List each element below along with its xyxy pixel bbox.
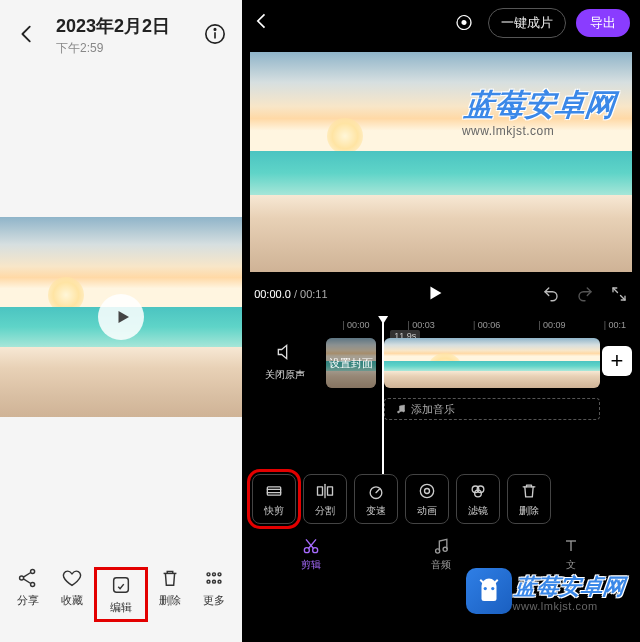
- svg-line-45: [494, 580, 498, 584]
- share-button[interactable]: 分享: [6, 567, 50, 622]
- tool-label: 删除: [519, 504, 539, 518]
- back-button[interactable]: [16, 23, 38, 49]
- playback-controls: 00:00.0 / 00:11: [242, 272, 640, 316]
- svg-point-20: [403, 410, 405, 412]
- svg-point-30: [420, 484, 433, 497]
- ruler-tick: 00:03: [408, 320, 435, 330]
- undo-button[interactable]: [542, 285, 560, 303]
- export-button[interactable]: 导出: [576, 9, 630, 37]
- delete-label: 删除: [159, 593, 181, 608]
- editor-tabs: 剪辑 音频 文: [242, 532, 640, 582]
- photo-date: 2023年2月2日: [56, 14, 186, 38]
- tool-split[interactable]: 分割: [303, 474, 347, 524]
- add-clip-button[interactable]: +: [602, 346, 632, 376]
- svg-line-44: [480, 580, 484, 584]
- set-cover-button[interactable]: 设置封面: [326, 338, 376, 388]
- svg-point-13: [207, 580, 210, 583]
- mute-label: 关闭原声: [254, 368, 316, 382]
- tool-delete[interactable]: 删除: [507, 474, 551, 524]
- playhead[interactable]: [382, 320, 384, 474]
- play-button[interactable]: [424, 282, 446, 306]
- ruler-tick: 00:06: [473, 320, 500, 330]
- svg-point-43: [491, 587, 494, 590]
- svg-marker-3: [118, 311, 129, 323]
- tab-label: 音频: [431, 558, 451, 572]
- time-ruler[interactable]: 00:00 00:03 00:06 00:09 00:1: [242, 320, 640, 336]
- gallery-bottom-bar: 分享 收藏 编辑 删除 更多: [0, 559, 242, 642]
- watermark-robot-icon: [466, 568, 512, 614]
- help-button[interactable]: ⦿: [451, 13, 478, 34]
- timeline-area: 00:00 00:03 00:06 00:09 00:1 关闭原声 设置封面 1…: [242, 316, 640, 436]
- tab-clip[interactable]: 剪辑: [248, 536, 374, 572]
- svg-point-15: [218, 580, 221, 583]
- tool-label: 分割: [315, 504, 335, 518]
- svg-point-4: [20, 576, 24, 580]
- svg-rect-26: [328, 486, 333, 494]
- current-time: 00:00.0: [254, 288, 291, 300]
- editor-back-button[interactable]: [252, 11, 272, 35]
- oneclick-button[interactable]: 一键成片: [488, 8, 566, 38]
- tool-row: 快剪 分割 变速 动画 滤镜 删除: [242, 436, 640, 532]
- svg-point-38: [436, 549, 440, 553]
- play-icon[interactable]: [98, 294, 144, 340]
- time-indicator: 00:00.0 / 00:11: [254, 288, 327, 300]
- favorite-button[interactable]: 收藏: [50, 567, 94, 622]
- svg-point-12: [218, 573, 221, 576]
- set-cover-label: 设置封面: [326, 338, 376, 388]
- edit-label: 编辑: [110, 600, 132, 615]
- svg-point-19: [398, 411, 400, 413]
- svg-line-28: [376, 489, 379, 492]
- preview-image: [250, 52, 632, 272]
- more-button[interactable]: 更多: [192, 567, 236, 622]
- svg-point-42: [484, 587, 487, 590]
- svg-point-14: [213, 580, 216, 583]
- tool-label: 动画: [417, 504, 437, 518]
- svg-line-7: [23, 573, 30, 578]
- video-thumbnail[interactable]: [0, 217, 242, 417]
- add-music-track[interactable]: 添加音乐: [384, 398, 600, 420]
- tool-label: 变速: [366, 504, 386, 518]
- tab-label: 文: [566, 558, 576, 572]
- tool-filter[interactable]: 滤镜: [456, 474, 500, 524]
- photo-time: 下午2:59: [56, 40, 186, 57]
- fullscreen-button[interactable]: [610, 285, 628, 303]
- svg-point-11: [213, 573, 216, 576]
- video-clip[interactable]: [384, 338, 600, 388]
- editor-header: ⦿ 一键成片 导出: [242, 0, 640, 46]
- mute-original-button[interactable]: 关闭原声: [254, 342, 316, 382]
- more-label: 更多: [203, 593, 225, 608]
- tool-speed[interactable]: 变速: [354, 474, 398, 524]
- svg-rect-25: [318, 486, 323, 494]
- svg-line-8: [23, 579, 30, 584]
- tab-audio[interactable]: 音频: [378, 536, 504, 572]
- info-button[interactable]: [204, 23, 226, 49]
- favorite-label: 收藏: [61, 593, 83, 608]
- header-title: 2023年2月2日 下午2:59: [56, 14, 186, 57]
- svg-rect-9: [114, 578, 129, 593]
- tab-label: 剪辑: [301, 558, 321, 572]
- video-editor-screen: ⦿ 一键成片 导出 00:00.0 / 00:11: [242, 0, 640, 642]
- add-music-label: 添加音乐: [411, 402, 455, 417]
- svg-point-10: [207, 573, 210, 576]
- delete-button[interactable]: 删除: [148, 567, 192, 622]
- edit-button[interactable]: 编辑: [94, 567, 148, 622]
- preview-area[interactable]: [242, 52, 640, 272]
- share-label: 分享: [17, 593, 39, 608]
- svg-point-5: [31, 570, 35, 574]
- svg-rect-21: [267, 486, 280, 494]
- ruler-tick: 00:1: [604, 320, 626, 330]
- tool-animate[interactable]: 动画: [405, 474, 449, 524]
- ruler-tick: 00:00: [342, 320, 369, 330]
- tab-text[interactable]: 文: [508, 536, 634, 572]
- gallery-detail-screen: 2023年2月2日 下午2:59 分享 收藏: [0, 0, 242, 642]
- svg-marker-16: [430, 287, 441, 300]
- tool-label: 快剪: [264, 504, 284, 518]
- svg-point-6: [31, 582, 35, 586]
- svg-point-2: [214, 28, 215, 29]
- redo-button[interactable]: [576, 285, 594, 303]
- gallery-header: 2023年2月2日 下午2:59: [0, 0, 242, 67]
- total-time: 00:11: [300, 288, 328, 300]
- svg-point-39: [443, 547, 447, 551]
- tool-quickcut[interactable]: 快剪: [252, 474, 296, 524]
- svg-point-29: [425, 488, 430, 493]
